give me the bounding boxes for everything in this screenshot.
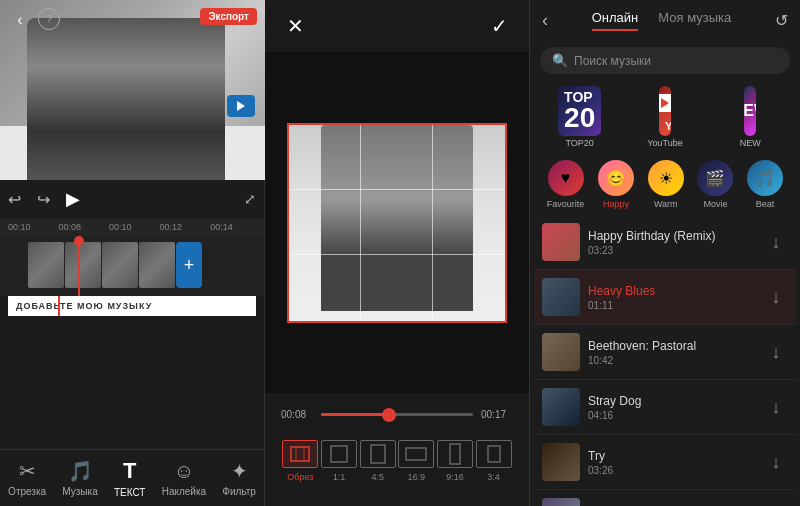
crop-close-button[interactable]: ✕	[281, 12, 309, 40]
track-duration-4: 03:26	[588, 465, 756, 476]
tab-my-music[interactable]: Моя музыка	[658, 10, 731, 31]
time-marker: 00:10	[8, 222, 31, 232]
track-item-4[interactable]: Try 03:26 ↓	[534, 435, 796, 490]
preview-media-icon	[227, 95, 255, 117]
progress-track[interactable]	[321, 413, 473, 416]
crop-grid-v1	[360, 125, 361, 321]
track-download-0[interactable]: ↓	[764, 230, 788, 254]
aspect-9-16-label: 9:16	[446, 472, 464, 482]
crop-video-figure	[321, 125, 472, 311]
featured-new[interactable]: NEW	[744, 86, 756, 136]
nav-text[interactable]: T ТЕКСТ	[114, 458, 146, 498]
add-clip-button[interactable]: +	[176, 242, 202, 288]
music-icon: 🎵	[68, 459, 93, 483]
sticker-icon: ☺	[174, 460, 194, 483]
play-button[interactable]: ▶	[66, 188, 80, 210]
aspect-16-9-icon	[398, 440, 434, 468]
music-header: ‹ Онлайн Моя музыка ↺	[530, 0, 800, 41]
top20-footer-label: TOP20	[565, 138, 593, 148]
happy-icon: 😊	[598, 160, 634, 196]
track-duration-1: 01:11	[588, 300, 756, 311]
time-marker: 00:14	[210, 222, 233, 232]
track-title-3: Stray Dog	[588, 394, 756, 408]
music-track: ДОБАВЬТЕ МОЮ МУЗЫКУ	[8, 296, 256, 316]
track-info-1: Heavy Blues 01:11	[588, 284, 756, 311]
preview-figure	[27, 18, 226, 180]
crop-header: ✕ ✓	[265, 0, 529, 52]
featured-youtube[interactable]: YouTube	[659, 86, 671, 136]
youtube-label-text: YouTube	[665, 120, 671, 132]
crop-frame[interactable]	[287, 123, 507, 323]
crop-confirm-button[interactable]: ✓	[485, 12, 513, 40]
svg-rect-3	[331, 446, 347, 462]
track-title-0: Happy Birthday (Remix)	[588, 229, 756, 243]
svg-rect-4	[371, 445, 385, 463]
track-item-2[interactable]: Beethoven: Pastoral 10:42 ↓	[534, 325, 796, 380]
music-genres: ♥ Favourite 😊 Happy ☀ Warm 🎬 Movie 🎵 Bea…	[530, 154, 800, 215]
music-featured: TOP 20 TOP20 YouTube YouTube NEW NEW	[530, 80, 800, 154]
track-item-0[interactable]: Happy Birthday (Remix) 03:23 ↓	[534, 215, 796, 270]
track-title-1: Heavy Blues	[588, 284, 756, 298]
featured-youtube-wrap: YouTube YouTube	[625, 86, 704, 148]
aspect-16-9-label: 16:9	[408, 472, 426, 482]
genre-beat[interactable]: 🎵 Beat	[747, 160, 783, 209]
track-item-5[interactable]: The Pink Everland Sky 01:51 ↓	[534, 490, 796, 506]
timeline-track-area: +	[0, 236, 264, 296]
top20-number: 20	[564, 104, 595, 132]
aspect-9-16[interactable]: 9:16	[437, 440, 473, 482]
track-download-3[interactable]: ↓	[764, 395, 788, 419]
progress-fill	[321, 413, 389, 416]
crop-time-end: 00:17	[481, 409, 513, 420]
timeline-thumb	[28, 242, 64, 288]
music-search[interactable]: 🔍 Поиск музыки	[540, 47, 790, 74]
new-label-text: NEW	[744, 102, 756, 120]
music-refresh-button[interactable]: ↺	[775, 11, 788, 30]
svg-rect-0	[291, 447, 309, 461]
editor-bottom-nav: ✂ Отрезка 🎵 Музыка T ТЕКСТ ☺ Наклейка ✦ …	[0, 449, 264, 506]
tab-online[interactable]: Онлайн	[592, 10, 639, 31]
nav-music[interactable]: 🎵 Музыка	[62, 459, 97, 497]
progress-thumb[interactable]	[382, 408, 396, 422]
export-button[interactable]: Экспорт	[200, 8, 257, 25]
music-back-button[interactable]: ‹	[542, 10, 548, 31]
nav-sticker[interactable]: ☺ Наклейка	[162, 460, 206, 497]
aspect-1-1-icon	[321, 440, 357, 468]
featured-top20-wrap: TOP 20 TOP20	[540, 86, 619, 148]
back-icon[interactable]: ‹	[8, 8, 32, 32]
track-item-1[interactable]: Heavy Blues 01:11 ↓	[534, 270, 796, 325]
track-download-2[interactable]: ↓	[764, 340, 788, 364]
crop-aspect-ratios: Обрез 1:1 4:5 16:9	[281, 432, 513, 490]
nav-cut[interactable]: ✂ Отрезка	[8, 459, 46, 497]
aspect-orig[interactable]: Обрез	[282, 440, 318, 482]
featured-top20[interactable]: TOP 20	[558, 86, 601, 136]
track-download-4[interactable]: ↓	[764, 450, 788, 474]
aspect-16-9[interactable]: 16:9	[398, 440, 434, 482]
aspect-1-1[interactable]: 1:1	[321, 440, 357, 482]
track-download-1[interactable]: ↓	[764, 285, 788, 309]
track-duration-3: 04:16	[588, 410, 756, 421]
genre-favourite[interactable]: ♥ Favourite	[547, 160, 585, 209]
crop-video-content	[289, 125, 505, 321]
help-icon[interactable]: ?	[38, 8, 60, 30]
aspect-3-4[interactable]: 3:4	[476, 440, 512, 482]
genre-warm[interactable]: ☀ Warm	[648, 160, 684, 209]
timeline-ruler: 00:10 00:08 00:10 00:12 00:14	[0, 218, 264, 236]
genre-movie-label: Movie	[703, 199, 727, 209]
genre-movie[interactable]: 🎬 Movie	[697, 160, 733, 209]
svg-rect-5	[406, 448, 426, 460]
undo-button[interactable]: ↩	[8, 190, 21, 209]
svg-rect-7	[488, 446, 500, 462]
expand-button[interactable]: ⤢	[244, 191, 256, 207]
timeline-thumb	[139, 242, 175, 288]
redo-button[interactable]: ↪	[37, 190, 50, 209]
crop-panel: ✕ ✓ 00:08 00:17 О	[265, 0, 530, 506]
nav-filter[interactable]: ✦ Фильтр	[222, 459, 256, 497]
featured-new-wrap: NEW NEW	[711, 86, 790, 148]
nav-text-label: ТЕКСТ	[114, 487, 146, 498]
aspect-4-5-icon	[360, 440, 396, 468]
text-icon: T	[123, 458, 136, 484]
genre-happy[interactable]: 😊 Happy	[598, 160, 634, 209]
track-item-3[interactable]: Stray Dog 04:16 ↓	[534, 380, 796, 435]
track-info-3: Stray Dog 04:16	[588, 394, 756, 421]
aspect-4-5[interactable]: 4:5	[360, 440, 396, 482]
